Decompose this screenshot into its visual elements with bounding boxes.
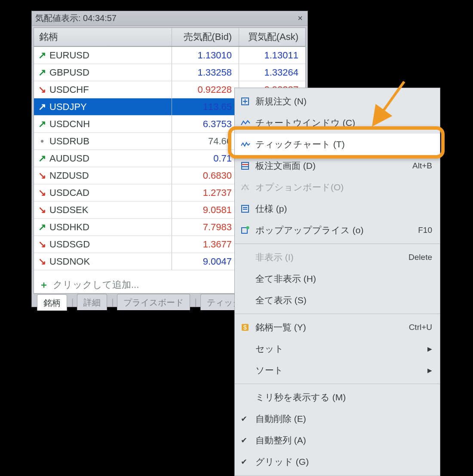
direction-icon [39, 87, 45, 93]
submenu-arrow-icon: ▶ [427, 345, 432, 352]
menu-specification[interactable]: 仕様 (p) [235, 198, 440, 220]
new-order-icon [241, 96, 255, 107]
check-icon [241, 413, 255, 424]
table-row[interactable]: GBPUSD1.332581.33264 [34, 64, 305, 81]
depth-icon [241, 160, 255, 171]
ask-cell: 1.33264 [239, 64, 305, 81]
table-row[interactable]: EURUSD1.130101.13011 [34, 47, 305, 64]
svg-rect-9 [242, 228, 247, 233]
bid-cell: 113.65 [172, 98, 239, 115]
symbol-label: USDNOK [49, 256, 90, 267]
menu-hide: 非表示 (I) Delete [235, 247, 440, 268]
direction-icon [39, 173, 45, 179]
chart-window-icon [241, 117, 255, 128]
menu-separator [235, 475, 440, 476]
table-header: 銘柄 売気配(Bid) 買気配(Ask) [34, 28, 305, 47]
tab-details[interactable]: 詳細 [77, 294, 107, 310]
popup-icon [241, 225, 255, 236]
menu-symbols-list[interactable]: $ 銘柄一覧 (Y) Ctrl+U [235, 317, 440, 338]
option-board-icon [241, 182, 255, 193]
menu-chart-window[interactable]: チャートウインドウ (C) [235, 112, 440, 134]
menu-separator [235, 314, 440, 314]
symbol-label: USDSGD [49, 239, 90, 250]
direction-icon [39, 138, 45, 144]
bid-cell: 0.6830 [172, 167, 239, 184]
col-symbol[interactable]: 銘柄 [34, 31, 172, 43]
bid-cell: 7.7983 [172, 219, 239, 235]
svg-text:$: $ [243, 324, 247, 331]
menu-auto-delete[interactable]: 自動削除 (E) [235, 408, 440, 430]
menu-set[interactable]: セット ▶ [235, 338, 440, 360]
svg-rect-3 [242, 162, 249, 169]
check-icon [241, 435, 255, 446]
symbol-label: NZDUSD [49, 170, 89, 181]
direction-icon [39, 104, 45, 110]
titlebar[interactable]: 気配値表示: 04:34:57 × [32, 11, 307, 26]
symbols-icon: $ [241, 322, 255, 333]
symbol-label: USDHKD [49, 222, 89, 233]
ask-cell: 1.13011 [239, 47, 305, 64]
bid-cell: 9.0581 [172, 201, 239, 218]
plus-icon: ＋ [39, 278, 49, 291]
col-bid[interactable]: 売気配(Bid) [172, 28, 239, 46]
menu-sort[interactable]: ソート ▶ [235, 360, 440, 381]
check-icon [241, 456, 255, 467]
tick-chart-icon [241, 139, 255, 150]
menu-new-order[interactable]: 新規注文 (N) [235, 91, 440, 112]
symbol-label: USDJPY [49, 101, 87, 113]
menu-depth-of-market[interactable]: 板注文画面 (D) Alt+B [235, 155, 440, 177]
symbol-label: AUDUSD [49, 153, 89, 164]
direction-icon [39, 70, 45, 76]
menu-grid[interactable]: グリッド (G) [235, 451, 440, 473]
menu-hide-all[interactable]: 全て非表示 (H) [235, 268, 440, 290]
window-title: 気配値表示: 04:34:57 [35, 12, 295, 24]
tab-symbols[interactable]: 銘柄 [37, 294, 67, 311]
direction-icon [39, 241, 45, 247]
direction-icon [39, 156, 45, 162]
menu-auto-arrange[interactable]: 自動整列 (A) [235, 430, 440, 451]
add-row-label: クリックして追加... [53, 278, 139, 291]
direction-icon [39, 259, 45, 265]
bid-cell: 74.66 [172, 133, 239, 150]
spec-icon [241, 203, 255, 214]
svg-point-10 [246, 226, 249, 229]
close-button[interactable]: × [295, 14, 305, 23]
context-menu: 新規注文 (N) チャートウインドウ (C) ティックチャート (T) 板注文画… [234, 88, 440, 476]
close-icon: × [298, 13, 303, 23]
bid-cell: 1.2737 [172, 184, 239, 201]
tab-priceboard[interactable]: プライスボード [117, 294, 190, 310]
symbol-label: USDCNH [49, 119, 90, 130]
menu-tick-chart[interactable]: ティックチャート (T) [235, 134, 440, 155]
symbol-label: GBPUSD [49, 67, 89, 78]
direction-icon [39, 207, 45, 213]
direction-icon [39, 190, 45, 196]
symbol-label: USDCAD [49, 187, 89, 198]
bid-cell: 1.13010 [172, 47, 239, 64]
menu-show-all[interactable]: 全て表示 (S) [235, 290, 440, 311]
col-ask[interactable]: 買気配(Ask) [239, 28, 305, 46]
menu-popup-prices[interactable]: ポップアッププライス (o) F10 [235, 220, 440, 241]
bid-cell: 9.0047 [172, 253, 239, 270]
symbol-label: USDCHF [49, 84, 89, 95]
menu-separator [235, 244, 440, 244]
menu-option-board: オプションボード(O) [235, 177, 440, 198]
menu-separator [235, 384, 440, 384]
bid-cell: 0.71 [172, 150, 239, 167]
symbol-label: USDSEK [49, 204, 88, 216]
direction-icon [39, 52, 45, 58]
direction-icon [39, 224, 45, 230]
symbol-label: USDRUB [49, 136, 89, 147]
submenu-arrow-icon: ▶ [427, 367, 432, 374]
bid-cell: 1.33258 [172, 64, 239, 81]
direction-icon [39, 121, 45, 127]
menu-show-milliseconds[interactable]: ミリ秒を表示する (M) [235, 387, 440, 408]
bid-cell: 0.92228 [172, 81, 239, 98]
bid-cell: 6.3753 [172, 116, 239, 132]
symbol-label: EURUSD [49, 50, 89, 61]
bid-cell: 1.3677 [172, 236, 239, 253]
